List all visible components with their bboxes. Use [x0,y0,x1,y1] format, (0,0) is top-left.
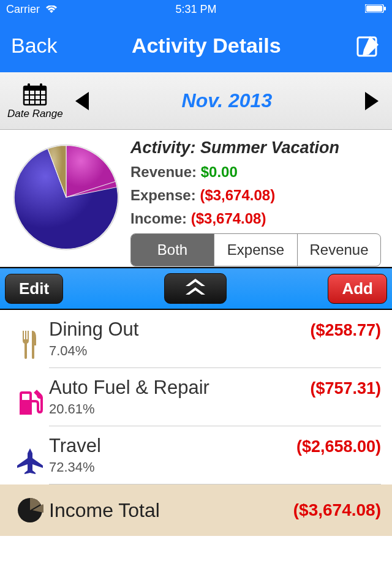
category-percent: 72.34% [49,459,381,475]
category-amount: ($258.77) [310,321,381,340]
category-percent: 20.61% [49,401,381,417]
battery-icon [365,3,386,16]
chevron-left-icon [73,91,91,111]
segment-expense[interactable]: Expense [214,234,298,266]
dining-icon [11,327,49,360]
pie-icon [11,497,49,524]
total-amount: ($3,674.08) [293,500,381,520]
current-period[interactable]: Nov. 2013 [95,89,359,112]
category-name: Travel [49,435,101,457]
page-title: Activity Details [132,34,281,58]
fuel-icon [11,386,49,417]
clock: 5:31 PM [175,3,216,16]
list-toolbar: Edit Add [0,267,392,310]
revenue-row: Revenue: $0.00 [130,164,381,181]
pie-chart [11,138,130,266]
back-button[interactable]: Back [11,34,58,58]
prev-month-button[interactable] [69,88,95,114]
date-range-label: Date Range [7,108,63,120]
chevron-right-icon [363,91,381,111]
total-label: Income Total [49,499,293,522]
svg-rect-6 [28,83,30,88]
calendar-icon [22,82,48,107]
category-list: Dining Out($258.77) 7.04% Auto Fuel & Re… [0,310,392,484]
compose-button[interactable] [355,32,381,58]
segment-revenue[interactable]: Revenue [298,234,380,266]
chevron-up-double-icon [183,277,208,297]
income-row: Income: ($3,674.08) [130,210,381,227]
list-item[interactable]: Dining Out($258.77) 7.04% [0,310,392,368]
date-range-button[interactable]: Date Range [7,82,63,120]
revenue-value: $0.00 [201,164,238,180]
category-name: Auto Fuel & Repair [49,377,209,399]
svg-rect-2 [384,7,386,10]
edit-button[interactable]: Edit [5,274,63,304]
list-item[interactable]: Travel($2,658.00) 72.34% [0,426,392,484]
compose-icon [355,32,381,58]
nav-bar: Back Activity Details [0,18,392,72]
add-button[interactable]: Add [328,274,387,304]
category-percent: 7.04% [49,343,381,359]
expense-row: Expense: ($3,674.08) [130,187,381,204]
category-amount: ($2,658.00) [296,437,381,456]
income-value: ($3,674.08) [191,210,266,227]
svg-rect-7 [40,83,42,88]
plane-icon [11,445,49,475]
income-total-row[interactable]: Income Total ($3,674.08) [0,484,392,536]
activity-title: Activity: Summer Vacation [130,138,381,157]
collapse-button[interactable] [164,273,227,304]
filter-segment: Both Expense Revenue [130,233,381,266]
status-bar: Carrier 5:31 PM [0,0,392,18]
svg-rect-5 [24,86,46,91]
category-name: Dining Out [49,318,138,341]
svg-rect-1 [366,6,382,12]
carrier: Carrier [6,3,58,16]
next-month-button[interactable] [359,88,385,114]
list-item[interactable]: Auto Fuel & Repair($757.31) 20.61% [0,368,392,426]
segment-both[interactable]: Both [131,234,214,266]
category-amount: ($757.31) [310,379,381,398]
summary-panel: Activity: Summer Vacation Revenue: $0.00… [0,130,392,267]
wifi-icon [45,6,58,14]
expense-value: ($3,674.08) [200,187,275,203]
date-selector: Date Range Nov. 2013 [0,72,392,130]
